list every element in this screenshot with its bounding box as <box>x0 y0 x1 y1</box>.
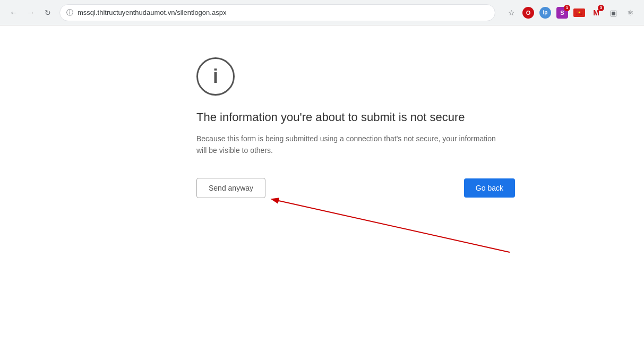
info-letter: i <box>213 67 218 86</box>
svg-line-1 <box>279 201 510 252</box>
bookmark-icon[interactable]: ☆ <box>504 5 519 20</box>
address-info-icon: ⓘ <box>66 8 73 18</box>
page-content: i The information you're about to submit… <box>0 25 644 342</box>
buttons-row: Send anyway Go back <box>196 178 515 198</box>
reload-button[interactable]: ↻ <box>40 5 55 20</box>
profile-icon[interactable]: ⚛ <box>623 5 638 20</box>
toolbar-right: ☆ O ip S 1 🇻🇳 M 3 ▣ <box>504 5 638 20</box>
opera-logo: O <box>522 7 534 19</box>
page-title: The information you're about to submit i… <box>196 110 465 124</box>
gmail-icon[interactable]: M 3 <box>589 5 604 20</box>
address-bar[interactable]: ⓘ mssql.thitructuyenthudaumot.vn/silentl… <box>59 4 495 21</box>
vn-flag: 🇻🇳 <box>573 8 585 17</box>
forward-button[interactable]: → <box>23 5 38 20</box>
s-logo: S 1 <box>556 7 568 19</box>
gmail-badge: 3 <box>598 5 604 11</box>
opera-icon[interactable]: O <box>521 5 536 20</box>
nav-buttons: ← → ↻ <box>6 5 55 20</box>
go-back-button[interactable]: Go back <box>464 178 515 198</box>
ip-logo: ip <box>539 7 551 19</box>
gmail-logo: M 3 <box>590 7 602 19</box>
url-text: mssql.thitructuyenthudaumot.vn/silentlog… <box>78 8 226 16</box>
extension-s-icon[interactable]: S 1 <box>555 5 570 20</box>
info-circle-icon: i <box>196 57 235 96</box>
send-anyway-button[interactable]: Send anyway <box>196 178 265 198</box>
extensions-icon[interactable]: ▣ <box>606 5 621 20</box>
browser-chrome: ← → ↻ ⓘ mssql.thitructuyenthudaumot.vn/s… <box>0 0 644 25</box>
extension-badge: 1 <box>564 5 570 11</box>
page-description: Because this form is being submitted usi… <box>196 133 504 157</box>
language-icon[interactable]: 🇻🇳 <box>572 5 587 20</box>
back-button[interactable]: ← <box>6 5 21 20</box>
proxy-icon[interactable]: ip <box>538 5 553 20</box>
